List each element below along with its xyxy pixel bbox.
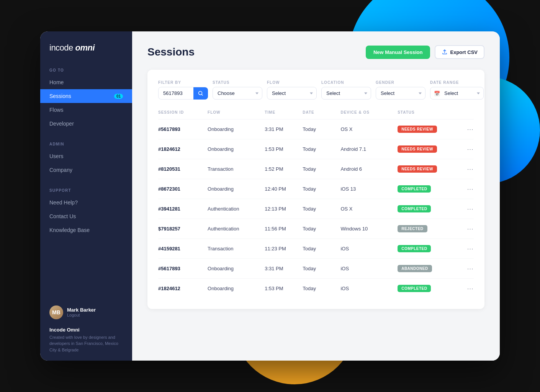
app-name-section: Incode Omni Created with love by designe…	[49, 327, 123, 353]
filter-group-location: LOCATION Select USA Mexico Serbia	[321, 80, 371, 100]
sidebar-item-label-need-help: Need Help?	[49, 199, 78, 206]
filter-input-wrap	[158, 87, 208, 100]
status-badge: NEEDS REVIEW	[398, 165, 437, 173]
table-row[interactable]: $7918257 Authentication 11:56 PM Today W…	[158, 219, 474, 239]
sidebar: incode omni GO TO Home Sessions 01 Flows…	[40, 31, 132, 361]
th-date: DATE	[303, 110, 340, 119]
cell-session-id: #8672301	[158, 179, 208, 199]
table-row[interactable]: #8120531 Transaction 1:52 PM Today Andro…	[158, 159, 474, 179]
status-badge: COMPLETED	[398, 205, 431, 212]
cell-actions[interactable]: ···	[455, 239, 474, 259]
table-row[interactable]: #1824612 Onboarding 1:53 PM Today Androi…	[158, 139, 474, 159]
filter-label-location: LOCATION	[321, 80, 371, 85]
cell-time: 1:53 PM	[265, 139, 303, 159]
logo: incode omni	[49, 43, 123, 53]
user-row: MB Mark Barker Logout	[49, 305, 123, 319]
filter-group-daterange: DATE RANGE Select Today Last 7 Days Last…	[430, 80, 484, 100]
cell-time: 3:31 PM	[265, 259, 303, 279]
cell-session-id: #8120531	[158, 159, 208, 179]
cell-status: REJECTED	[398, 219, 455, 239]
cell-date: Today	[303, 279, 340, 299]
table-row[interactable]: #5617893 Onboarding 3:31 PM Today iOS AB…	[158, 259, 474, 279]
cell-date: Today	[303, 239, 340, 259]
cell-actions[interactable]: ···	[455, 279, 474, 299]
filter-label-gender: GENDER	[376, 80, 425, 85]
cell-flow: Onboarding	[208, 259, 265, 279]
cell-actions[interactable]: ···	[455, 119, 474, 139]
logo-omni: omni	[75, 43, 95, 52]
cell-time: 12:13 PM	[265, 199, 303, 219]
sidebar-label-admin: ADMIN	[40, 138, 132, 149]
sidebar-item-need-help[interactable]: Need Help?	[40, 196, 132, 209]
sidebar-section-goto: GO TO Home Sessions 01 Flows Developer	[40, 64, 132, 138]
cell-date: Today	[303, 199, 340, 219]
cell-actions[interactable]: ···	[455, 139, 474, 159]
app-tagline: Created with love by designers and devel…	[49, 334, 123, 353]
th-flow: FLOW	[208, 110, 265, 119]
page-title: Sessions	[147, 46, 195, 58]
cell-time: 1:52 PM	[265, 159, 303, 179]
sidebar-item-label-knowledge-base: Knowledge Base	[49, 227, 90, 233]
cell-device-os: Android 7.1	[340, 139, 398, 159]
background: incode omni GO TO Home Sessions 01 Flows…	[0, 0, 540, 392]
table-row[interactable]: #5617893 Onboarding 3:31 PM Today OS X N…	[158, 119, 474, 139]
table-header: SESSION ID FLOW TIME DATE DEVICE & OS ST…	[158, 110, 474, 119]
sidebar-item-users[interactable]: Users	[40, 149, 132, 163]
cell-time: 11:56 PM	[265, 219, 303, 239]
filter-gender-select[interactable]: Select Male Female Other	[376, 87, 425, 100]
sessions-card: FILTER BY STATUS	[147, 70, 484, 309]
sidebar-item-contact-us[interactable]: Contact Us	[40, 209, 132, 223]
export-csv-label: Export CSV	[450, 49, 478, 55]
table-row[interactable]: #1824612 Onboarding 1:53 PM Today iOS CO…	[158, 279, 474, 299]
cell-flow: Onboarding	[208, 119, 265, 139]
sidebar-item-label-flows: Flows	[49, 107, 64, 113]
cell-time: 3:31 PM	[265, 119, 303, 139]
sidebar-item-label-sessions: Sessions	[49, 93, 71, 99]
table-row[interactable]: #4159281 Transaction 11:23 PM Today iOS …	[158, 239, 474, 259]
cell-device-os: iOS	[340, 259, 398, 279]
filters-row: FILTER BY STATUS	[158, 80, 474, 100]
cell-date: Today	[303, 259, 340, 279]
filter-flow-select[interactable]: Select Onboarding Transaction Authentica…	[267, 87, 317, 100]
status-badge: NEEDS REVIEW	[398, 126, 437, 133]
cell-device-os: OS X	[340, 119, 398, 139]
filter-flow-wrap: Select Onboarding Transaction Authentica…	[267, 87, 317, 100]
cell-session-id: #3941281	[158, 199, 208, 219]
cell-status: COMPLETED	[398, 199, 455, 219]
sidebar-item-sessions[interactable]: Sessions 01	[40, 89, 132, 103]
logo-area: incode omni	[40, 43, 132, 64]
sidebar-item-company[interactable]: Company	[40, 163, 132, 177]
cell-actions[interactable]: ···	[455, 159, 474, 179]
sidebar-item-developer[interactable]: Developer	[40, 117, 132, 131]
cell-device-os: Windows 10	[340, 219, 398, 239]
header-actions: New Manual Session Export CSV	[366, 45, 484, 59]
filter-status-select[interactable]: Choose Approved Rejected Needs Review Co…	[213, 87, 262, 100]
filter-location-wrap: Select USA Mexico Serbia	[321, 87, 371, 100]
sessions-badge: 01	[114, 94, 123, 99]
status-badge: NEEDS REVIEW	[398, 145, 437, 153]
logo-incode: incode	[49, 43, 73, 52]
table-row[interactable]: #3941281 Authentication 12:13 PM Today O…	[158, 199, 474, 219]
cell-flow: Onboarding	[208, 179, 265, 199]
cell-flow: Onboarding	[208, 139, 265, 159]
new-manual-session-button[interactable]: New Manual Session	[366, 46, 430, 59]
cell-session-id: #4159281	[158, 239, 208, 259]
th-status: STATUS	[398, 110, 455, 119]
sidebar-bottom: MB Mark Barker Logout Incode Omni Create…	[40, 305, 132, 353]
sidebar-item-flows[interactable]: Flows	[40, 103, 132, 117]
sidebar-item-label-company: Company	[49, 167, 72, 173]
search-icon	[198, 91, 203, 96]
filter-location-select[interactable]: Select USA Mexico Serbia	[321, 87, 371, 100]
app-window: incode omni GO TO Home Sessions 01 Flows…	[40, 31, 500, 361]
sidebar-item-home[interactable]: Home	[40, 75, 132, 89]
cell-actions[interactable]: ···	[455, 199, 474, 219]
cell-actions[interactable]: ···	[455, 179, 474, 199]
sidebar-item-knowledge-base[interactable]: Knowledge Base	[40, 223, 132, 237]
cell-actions[interactable]: ···	[455, 219, 474, 239]
filter-search-button[interactable]	[193, 87, 208, 100]
cell-actions[interactable]: ···	[455, 259, 474, 279]
export-csv-button[interactable]: Export CSV	[435, 45, 484, 59]
filter-daterange-select[interactable]: Select Today Last 7 Days Last 30 Days	[430, 87, 484, 100]
table-row[interactable]: #8672301 Onboarding 12:40 PM Today iOS 1…	[158, 179, 474, 199]
logout-link[interactable]: Logout	[67, 313, 96, 317]
